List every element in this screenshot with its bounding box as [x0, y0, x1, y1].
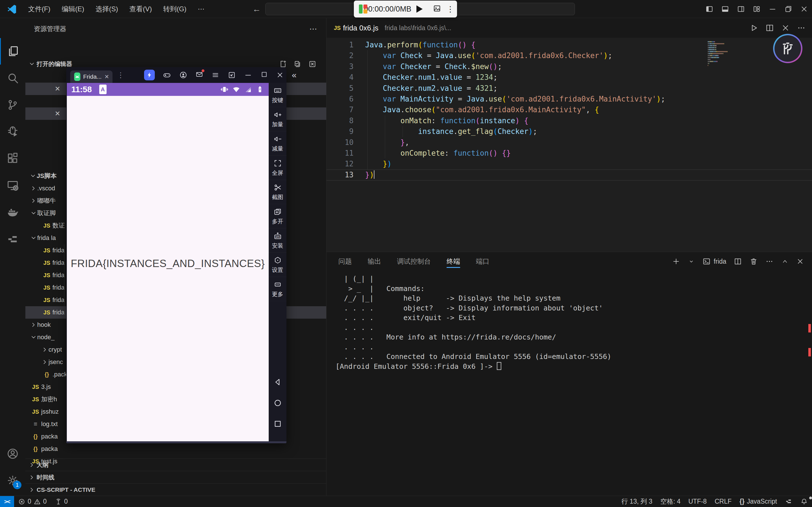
activity-extensions-icon[interactable]	[0, 145, 25, 172]
emulator-screen[interactable]: 11:58 A FRIDA{INSTANCES_AND_INSTANCES}	[67, 83, 269, 441]
panel-tab-3[interactable]: 终端	[447, 252, 460, 271]
recorder-screenshot-icon[interactable]	[433, 4, 441, 14]
terminal-line: . . . . object? -> Display information a…	[336, 303, 611, 313]
emulator-title-bar: Frida... ✕ ⋮ «	[66, 67, 286, 83]
emulator-tool-apk[interactable]: APK安装	[269, 228, 286, 252]
minimize-icon[interactable]	[765, 0, 780, 18]
emulator-tab-close-icon[interactable]: ✕	[104, 73, 109, 80]
close-editor-icon[interactable]	[781, 23, 790, 33]
close-editor-icon[interactable]: ✕	[55, 85, 62, 93]
save-all-icon[interactable]	[293, 60, 302, 68]
panel-tab-2[interactable]: 调试控制台	[397, 252, 431, 271]
indentation-status[interactable]: 空格: 4	[656, 496, 685, 507]
maximize-panel-icon[interactable]	[781, 258, 789, 265]
toggle-panel-icon[interactable]	[717, 0, 733, 18]
sidebar-section-2[interactable]: CS-SCRIPT - ACTIVE	[25, 483, 326, 496]
emulator-maximize-icon[interactable]	[260, 70, 268, 79]
remote-indicator[interactable]: ><	[0, 496, 14, 507]
emulator-tool-fullscreen[interactable]: 全屏	[269, 156, 286, 180]
code-line: 5 Checker.num2.value = 4321;	[327, 83, 812, 94]
emulator-tool-vol-up[interactable]: 加量	[269, 107, 286, 131]
emulator-collapse-icon[interactable]: «	[292, 70, 297, 80]
tree-item[interactable]: {}packa	[25, 443, 326, 455]
emulator-boost-icon[interactable]	[144, 70, 155, 80]
run-file-icon[interactable]	[749, 23, 758, 33]
notifications-bell[interactable]	[796, 496, 812, 507]
menu-item-0[interactable]: 文件(F)	[22, 3, 56, 15]
activity-scm-icon[interactable]	[0, 92, 25, 118]
close-window-icon[interactable]	[796, 0, 812, 18]
nav-back-arrow[interactable]: ←	[252, 4, 261, 14]
emulator-tool-keyboard[interactable]: 按键	[269, 83, 286, 107]
split-editor-icon[interactable]	[765, 23, 774, 33]
cursor-position[interactable]: 行 13, 列 3	[618, 496, 656, 507]
emulator-drag-handle-icon[interactable]: ⋮	[117, 71, 124, 79]
emulator-mail-icon[interactable]	[195, 70, 203, 79]
terminal-dropdown-icon[interactable]	[688, 258, 695, 265]
extension-status-icon[interactable]	[781, 496, 796, 507]
recorder-more-icon[interactable]: ⋮	[446, 4, 455, 14]
emulator-menu-icon[interactable]	[211, 71, 220, 79]
android-home-icon[interactable]	[273, 398, 283, 409]
emulator-account-icon[interactable]	[179, 71, 187, 79]
sidebar-section-1[interactable]: 时间线	[25, 471, 326, 483]
emulator-tool-hexgear[interactable]: 设置	[269, 252, 286, 277]
panel-more-icon[interactable]	[765, 257, 774, 266]
close-editor-icon[interactable]: ✕	[55, 110, 62, 118]
panel-tab-1[interactable]: 输出	[368, 252, 381, 271]
panel-tab-0[interactable]: 问题	[338, 252, 352, 271]
menu-item-3[interactable]: 查看(V)	[124, 3, 158, 15]
toggle-secondary-sidebar-icon[interactable]	[733, 0, 749, 18]
editor-file-name[interactable]: frida 0x6.js	[343, 24, 379, 33]
menu-item-1[interactable]: 编辑(E)	[56, 3, 90, 15]
ports-status[interactable]: 0	[51, 496, 72, 507]
kill-terminal-icon[interactable]	[749, 257, 758, 266]
emulator-gamepad-icon[interactable]	[163, 71, 171, 79]
breadcrumb[interactable]: frida labs\frida 0x6.js\...	[385, 24, 451, 32]
sidebar-section-0[interactable]: 大纲	[25, 458, 326, 471]
minimap[interactable]	[708, 41, 761, 67]
editor-more-icon[interactable]	[797, 23, 806, 33]
toggle-sidebar-icon[interactable]	[701, 0, 717, 18]
activity-files-icon[interactable]	[0, 38, 25, 65]
customize-layout-icon[interactable]	[749, 0, 765, 18]
emulator-minimize-icon[interactable]	[244, 71, 252, 79]
close-panel-icon[interactable]	[796, 258, 804, 265]
activity-settings-icon[interactable]: 1	[0, 467, 25, 494]
problems-status[interactable]: 00	[14, 496, 51, 507]
close-all-editors-icon[interactable]	[308, 60, 316, 68]
explorer-more-icon[interactable]: ⋯	[309, 24, 318, 34]
panel-tab-4[interactable]: 端口	[476, 252, 489, 271]
emulator-close-icon[interactable]	[276, 71, 284, 79]
emulator-tool-multi[interactable]: 多开	[269, 204, 286, 228]
activity-search-icon[interactable]	[0, 65, 25, 91]
android-recents-icon[interactable]	[273, 419, 283, 430]
emulator-popout-icon[interactable]	[228, 71, 236, 79]
new-terminal-icon[interactable]	[672, 257, 680, 266]
restore-icon[interactable]	[780, 0, 796, 18]
activity-account-icon[interactable]	[0, 441, 25, 467]
recorder-play-icon[interactable]	[416, 5, 423, 13]
minimap-line	[708, 47, 761, 49]
emulator-tool-scissors[interactable]: 截图	[269, 180, 286, 204]
emulator-tab[interactable]: Frida... ✕	[70, 70, 113, 83]
activity-debug-icon[interactable]	[0, 118, 25, 145]
hexgear-icon	[274, 256, 282, 265]
terminal-selector[interactable]: frida	[702, 257, 726, 266]
menu-item-2[interactable]: 选择(S)	[90, 3, 124, 15]
terminal-output[interactable]: | (_| | > _ | Commands: /_/ |_| help -> …	[336, 274, 611, 372]
activity-blocks-icon[interactable]	[0, 226, 25, 253]
android-back-icon[interactable]	[273, 377, 283, 388]
android-status-bar: 11:58 A	[67, 83, 269, 96]
emulator-tool-moredots[interactable]: 更多	[269, 277, 286, 301]
eol-status[interactable]: CRLF	[711, 496, 736, 507]
frida-watermark-icon	[773, 34, 802, 63]
activity-remote-icon[interactable]	[0, 172, 25, 199]
language-status[interactable]: {}JavaScript	[736, 496, 781, 507]
emulator-tool-vol-down[interactable]: 减量	[269, 131, 286, 156]
menu-item-5[interactable]: ⋯	[192, 3, 210, 15]
activity-docker-icon[interactable]	[0, 200, 25, 226]
encoding-status[interactable]: UTF-8	[684, 496, 710, 507]
split-terminal-icon[interactable]	[734, 257, 742, 266]
menu-item-4[interactable]: 转到(G)	[158, 3, 192, 15]
